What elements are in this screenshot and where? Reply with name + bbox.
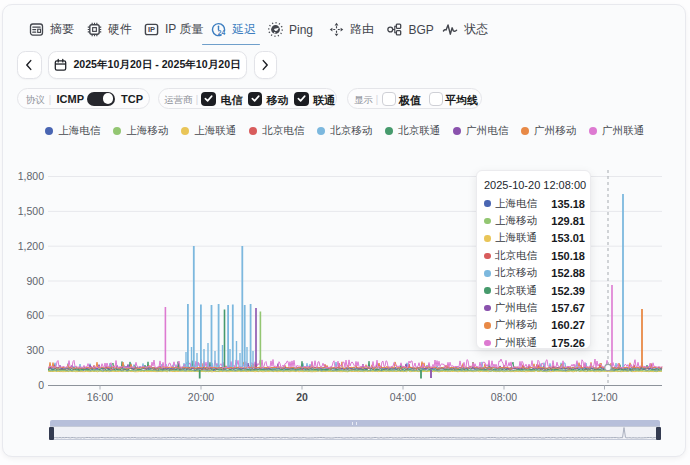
svg-text:0: 0	[38, 379, 44, 391]
svg-text:08:00: 08:00	[491, 391, 517, 403]
svg-text:16:00: 16:00	[87, 391, 113, 403]
svg-text:12:00: 12:00	[591, 391, 617, 403]
svg-text:1,500: 1,500	[18, 205, 44, 217]
svg-text:300: 300	[26, 344, 44, 356]
svg-text:600: 600	[26, 309, 44, 321]
svg-text:20:00: 20:00	[188, 391, 214, 403]
svg-text:900: 900	[26, 275, 44, 287]
svg-text:20: 20	[296, 391, 308, 403]
svg-text:1,800: 1,800	[18, 170, 44, 182]
svg-text:04:00: 04:00	[390, 391, 416, 403]
svg-text:1,200: 1,200	[18, 240, 44, 252]
